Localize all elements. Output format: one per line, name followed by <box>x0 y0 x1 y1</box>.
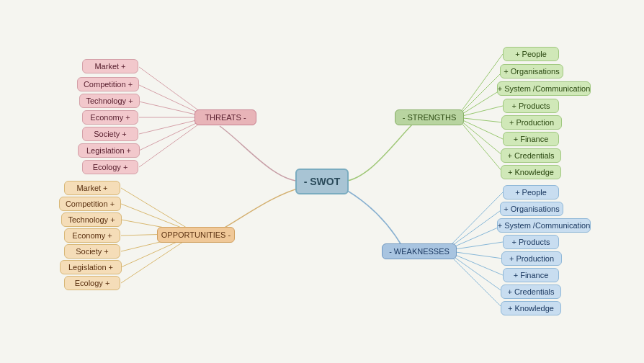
strength-item-production[interactable]: + Production <box>501 115 562 130</box>
svg-line-29 <box>445 251 503 308</box>
strength-item-system-comm[interactable]: + System /Communication <box>497 81 591 96</box>
strength-item-products[interactable]: + Products <box>503 99 559 113</box>
opportunity-item-ecology[interactable]: Ecology + <box>64 276 120 290</box>
weakness-item-system-comm[interactable]: + System /Communication <box>497 218 591 233</box>
svg-line-21 <box>457 117 503 172</box>
strength-item-organisations[interactable]: + Organisations <box>500 64 563 79</box>
threat-item-society[interactable]: Society + <box>82 127 138 141</box>
opportunity-item-technology[interactable]: Technology + <box>61 212 122 227</box>
weakness-item-knowledge[interactable]: + Knowledge <box>501 301 561 315</box>
threat-item-market[interactable]: Market + <box>82 59 138 73</box>
threats-hub-node[interactable]: THREATS - <box>194 109 256 125</box>
opportunity-item-market[interactable]: Market + <box>64 181 120 195</box>
threat-item-technology[interactable]: Technology + <box>79 94 140 108</box>
weakness-item-organisations[interactable]: + Organisations <box>500 202 563 216</box>
weaknesses-hub-node[interactable]: - WEAKNESSES <box>382 243 457 259</box>
opportunity-item-economy[interactable]: Economy + <box>64 228 120 243</box>
strengths-hub-node[interactable]: - STRENGTHS <box>395 109 464 125</box>
opportunity-item-competition[interactable]: Competition + <box>59 197 121 211</box>
weakness-item-finance[interactable]: + Finance <box>503 268 559 282</box>
svg-line-15 <box>457 71 503 117</box>
weakness-item-production[interactable]: + Production <box>501 251 562 266</box>
weakness-item-credentials[interactable]: + Credentials <box>501 284 561 299</box>
opportunity-item-society[interactable]: Society + <box>64 244 120 259</box>
weakness-item-products[interactable]: + Products <box>503 235 559 249</box>
svg-line-20 <box>457 117 503 156</box>
threat-item-legislation[interactable]: Legislation + <box>78 143 140 158</box>
strength-item-people[interactable]: + People <box>503 47 559 61</box>
strength-item-credentials[interactable]: + Credentials <box>501 148 561 163</box>
swot-center-node[interactable]: - SWOT <box>295 169 349 194</box>
threat-item-ecology[interactable]: Ecology + <box>82 160 138 174</box>
threat-item-competition[interactable]: Competition + <box>77 77 139 91</box>
opportunities-hub-node[interactable]: OPPORTUNITIES - <box>157 227 235 243</box>
weakness-item-people[interactable]: + People <box>503 185 559 200</box>
opportunity-item-legislation[interactable]: Legislation + <box>60 260 122 274</box>
strength-item-finance[interactable]: + Finance <box>503 132 559 146</box>
strength-item-knowledge[interactable]: + Knowledge <box>501 165 561 179</box>
threat-item-economy[interactable]: Economy + <box>82 110 138 125</box>
svg-line-22 <box>445 192 503 251</box>
